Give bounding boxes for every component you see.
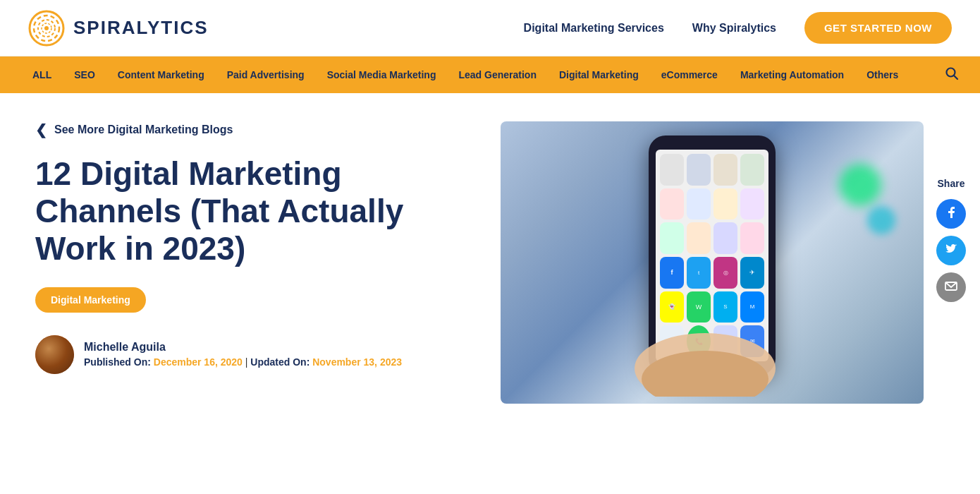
- svg-point-4: [44, 26, 49, 30]
- right-col: f t ◎ ✈ 👻 W S M 📞: [501, 121, 952, 404]
- logo-text: SPIRALYTICS: [73, 17, 209, 39]
- facebook-share-icon: [944, 205, 958, 223]
- nav-digital-marketing-services[interactable]: Digital Marketing Services: [524, 22, 664, 35]
- facebook-icon: f: [660, 257, 684, 289]
- nav-item-social-media-marketing[interactable]: Social Media Marketing: [316, 56, 448, 93]
- nav-item-all[interactable]: ALL: [21, 56, 63, 93]
- back-link-text: See More Digital Marketing Blogs: [54, 124, 233, 136]
- logo-area: SPIRALYTICS: [28, 10, 209, 47]
- category-badge[interactable]: Digital Marketing: [35, 287, 146, 313]
- nav-item-lead-generation[interactable]: Lead Generation: [447, 56, 547, 93]
- search-icon[interactable]: [945, 66, 959, 84]
- published-label: Published On:: [84, 356, 151, 368]
- email-share-icon: [944, 279, 958, 296]
- left-col: ❮ See More Digital Marketing Blogs 12 Di…: [35, 121, 472, 404]
- hand-svg: [627, 312, 783, 397]
- app-icon: [713, 188, 737, 220]
- twitter-share-icon: [944, 242, 958, 260]
- nav-why-spiralytics[interactable]: Why Spiralytics: [692, 22, 776, 35]
- share-sidebar: Share: [936, 178, 966, 302]
- nav-item-content-marketing[interactable]: Content Marketing: [106, 56, 216, 93]
- app-icon: [687, 222, 711, 254]
- nav-item-others[interactable]: Others: [855, 56, 909, 93]
- nav-item-paid-advertising[interactable]: Paid Advertising: [216, 56, 316, 93]
- app-icon: [660, 222, 684, 254]
- nav-item-digital-marketing[interactable]: Digital Marketing: [548, 56, 650, 93]
- twitter-icon: t: [687, 257, 711, 289]
- back-link[interactable]: ❮ See More Digital Marketing Blogs: [35, 121, 472, 138]
- share-twitter-button[interactable]: [936, 236, 966, 265]
- app-icon: [740, 154, 764, 186]
- published-date: December 16, 2020: [154, 356, 243, 368]
- share-facebook-button[interactable]: [936, 199, 966, 229]
- app-icon: [687, 154, 711, 186]
- app-icon: [740, 222, 764, 254]
- app-icon: [713, 154, 737, 186]
- logo-icon: [28, 10, 65, 47]
- header: SPIRALYTICS Digital Marketing Services W…: [0, 0, 980, 56]
- header-nav: Digital Marketing Services Why Spiralyti…: [524, 12, 952, 44]
- share-label: Share: [938, 178, 965, 189]
- svg-line-6: [954, 76, 957, 79]
- author-section: Michelle Aguila Published On: December 1…: [35, 335, 472, 374]
- nav-bar-items: ALL SEO Content Marketing Paid Advertisi…: [21, 56, 945, 93]
- instagram-icon: ◎: [713, 257, 737, 289]
- updated-label: Updated On:: [250, 356, 310, 368]
- author-info: Michelle Aguila Published On: December 1…: [84, 341, 402, 368]
- app-icon: [740, 188, 764, 220]
- bg-teal-light: [867, 206, 895, 234]
- nav-item-seo[interactable]: SEO: [63, 56, 106, 93]
- app-icon: [713, 222, 737, 254]
- article-title: 12 Digital Marketing Channels (That Actu…: [35, 155, 472, 267]
- app-icon: [687, 188, 711, 220]
- phone-scene: f t ◎ ✈ 👻 W S M 📞: [501, 121, 924, 404]
- author-dates: Published On: December 16, 2020 | Update…: [84, 356, 402, 368]
- hero-image: f t ◎ ✈ 👻 W S M 📞: [501, 121, 924, 404]
- nav-item-ecommerce[interactable]: eCommerce: [650, 56, 729, 93]
- nav-bar: ALL SEO Content Marketing Paid Advertisi…: [0, 56, 980, 93]
- updated-date: November 13, 2023: [312, 356, 402, 368]
- author-avatar: [35, 335, 74, 374]
- app-icon: [660, 154, 684, 186]
- app-icon: [660, 188, 684, 220]
- phone-wrapper: f t ◎ ✈ 👻 W S M 📞: [635, 135, 790, 390]
- author-name: Michelle Aguila: [84, 341, 402, 354]
- nav-item-marketing-automation[interactable]: Marketing Automation: [729, 56, 855, 93]
- bg-green-light: [839, 164, 881, 206]
- telegram-icon: ✈: [740, 257, 764, 289]
- back-arrow-icon: ❮: [35, 121, 47, 138]
- share-email-button[interactable]: [936, 272, 966, 302]
- main-content: ❮ See More Digital Marketing Blogs 12 Di…: [0, 93, 980, 432]
- avatar-image: [35, 335, 74, 374]
- cta-button[interactable]: GET STARTED NOW: [804, 12, 952, 44]
